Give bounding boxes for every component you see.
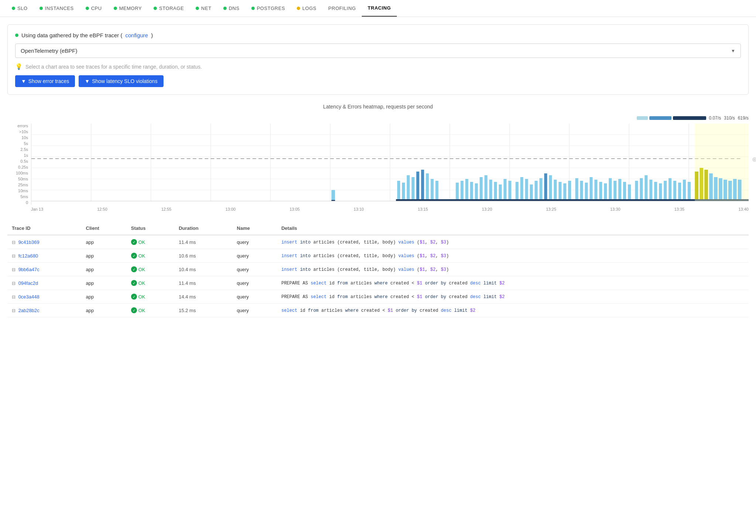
info-header: Using data gathered by the eBPF tracer (… [15, 32, 741, 38]
cell-status: ✓ OK [127, 290, 174, 304]
svg-rect-63 [618, 179, 621, 199]
y-label-5ms: 5ms [20, 194, 28, 199]
nav-item-cpu[interactable]: CPU [80, 0, 108, 16]
ok-check-icon: ✓ [131, 266, 137, 272]
status-dot [15, 34, 18, 37]
svg-rect-50 [554, 180, 557, 199]
status-ok-badge: ✓ OK [131, 253, 170, 259]
nav-item-storage[interactable]: STORAGE [148, 0, 190, 16]
nav-label-instances: INSTANCES [45, 6, 74, 11]
svg-rect-73 [669, 178, 671, 199]
x-label-1300: 13:00 [226, 207, 236, 211]
status-ok-badge: ✓ OK [131, 307, 170, 313]
nav-item-net[interactable]: NET [190, 0, 217, 16]
cell-duration: 11.4 ms [174, 276, 232, 290]
svg-rect-71 [659, 183, 662, 199]
svg-rect-37 [489, 180, 492, 199]
chart-section: Latency & Errors heatmap, requests per s… [7, 104, 749, 211]
trace-id-link[interactable]: 094fac2d [18, 280, 38, 286]
nav-label-tracing: TRACING [368, 5, 391, 11]
nav-item-postgres[interactable]: POSTGRES [245, 0, 291, 16]
nav-label-slo: SLO [17, 6, 28, 11]
show-latency-slo-label: Show latency SLO violations [92, 78, 157, 84]
nav-label-net: NET [201, 6, 212, 11]
svg-rect-52 [563, 183, 566, 199]
y-label-1s: 1s [24, 153, 28, 158]
svg-rect-61 [609, 178, 612, 199]
nav-item-dns[interactable]: DNS [217, 0, 245, 16]
filter-buttons: ▼ Show error traces ▼ Show latency SLO v… [15, 75, 741, 87]
x-label-jan13: Jan 13 [31, 207, 43, 211]
info-text: Using data gathered by the eBPF tracer ( [21, 32, 122, 38]
cell-trace-id: ⊟ 0ce3a448 [7, 290, 82, 304]
nav-item-slo[interactable]: SLO [6, 0, 34, 16]
nav-item-instances[interactable]: INSTANCES [34, 0, 80, 16]
svg-rect-56 [585, 183, 588, 199]
cell-name: query [233, 235, 277, 249]
y-label-0: 0 [26, 200, 28, 205]
svg-rect-40 [504, 179, 506, 199]
x-label-1250: 12:50 [97, 207, 107, 211]
chart-area[interactable]: ◎ [31, 124, 749, 205]
cell-status: ✓ OK [127, 249, 174, 263]
svg-rect-60 [604, 183, 607, 199]
cell-name: query [233, 263, 277, 276]
x-label-1340: 13:40 [738, 207, 749, 211]
dot-cpu [86, 7, 89, 10]
cell-details: PREPARE AS select id from articles where… [277, 290, 749, 304]
slo-target-icon: ◎ [752, 156, 756, 162]
svg-rect-85 [724, 180, 727, 199]
chevron-down-icon: ▼ [731, 48, 735, 53]
svg-rect-53 [568, 181, 571, 199]
svg-rect-67 [640, 178, 643, 199]
nav-item-logs[interactable]: LOGS [291, 0, 322, 16]
cell-duration: 10.4 ms [174, 263, 232, 276]
dot-postgres [251, 7, 255, 10]
status-ok-badge: ✓ OK [131, 266, 170, 272]
trace-id-link[interactable]: 9c41b369 [18, 239, 39, 245]
svg-rect-86 [728, 181, 732, 199]
trace-id-link[interactable]: 9bb6a47c [18, 267, 39, 272]
cell-client: app [82, 290, 127, 304]
table-row: ⊟ 9bb6a47c app ✓ OK 10.4 ms query insert… [7, 263, 749, 276]
main-content: Using data gathered by the eBPF tracer (… [0, 17, 756, 325]
show-error-traces-button[interactable]: ▼ Show error traces [15, 75, 75, 87]
svg-rect-38 [494, 182, 497, 199]
trace-id-link[interactable]: 0ce3a448 [18, 294, 39, 300]
legend-low-label: 0.07/s [709, 115, 721, 121]
nav-item-memory[interactable]: MEMORY [108, 0, 148, 16]
configure-link[interactable]: configure [125, 32, 148, 38]
hint-text-container: 💡 Select a chart area to see traces for … [15, 63, 741, 70]
info-box: Using data gathered by the eBPF tracer (… [7, 24, 749, 95]
tracer-dropdown[interactable]: OpenTelemetry (eBPF) ▼ [15, 44, 741, 58]
svg-rect-48 [544, 173, 547, 199]
cell-duration: 14.4 ms [174, 290, 232, 304]
nav-item-tracing[interactable]: TRACING [362, 0, 397, 17]
y-label-100ms: 100ms [16, 171, 28, 175]
svg-rect-77 [688, 182, 691, 199]
cell-details: insert into articles (created, title, bo… [277, 249, 749, 263]
svg-rect-59 [599, 182, 602, 199]
svg-rect-62 [614, 181, 616, 199]
svg-rect-18 [331, 190, 335, 201]
svg-rect-69 [649, 180, 652, 199]
show-error-traces-label: Show error traces [28, 78, 69, 84]
trace-icon: ⊟ [12, 240, 16, 245]
svg-rect-33 [470, 182, 473, 199]
svg-rect-43 [520, 177, 523, 199]
nav-item-profiling[interactable]: PROFILING [322, 0, 362, 16]
show-latency-slo-button[interactable]: ▼ Show latency SLO violations [79, 75, 163, 87]
dot-net [196, 7, 199, 10]
col-status: Status [127, 222, 174, 235]
trace-icon: ⊟ [12, 267, 16, 272]
svg-rect-34 [475, 183, 478, 199]
trace-id-link[interactable]: fc12a680 [18, 253, 38, 259]
cell-details: PREPARE AS select id from articles where… [277, 276, 749, 290]
table-body: ⊟ 9c41b369 app ✓ OK 11.4 ms query insert… [7, 235, 749, 317]
svg-rect-29 [436, 181, 439, 199]
nav-label-storage: STORAGE [159, 6, 184, 11]
cell-client: app [82, 276, 127, 290]
trace-icon: ⊟ [12, 294, 16, 300]
col-trace-id: Trace ID [7, 222, 82, 235]
trace-id-link[interactable]: 2ab28b2c [18, 308, 39, 313]
